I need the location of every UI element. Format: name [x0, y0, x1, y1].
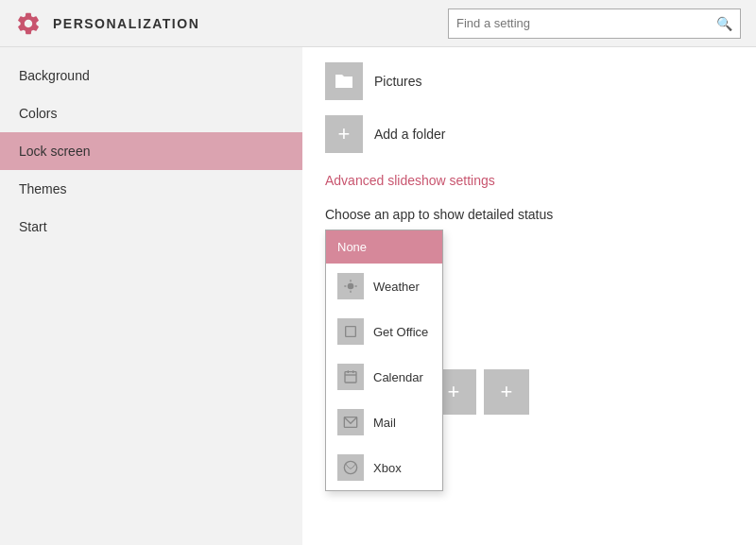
dropdown-option-none[interactable]: None: [326, 230, 442, 264]
sidebar: Background Colors Lock screen Themes Sta…: [0, 47, 302, 545]
dropdown-option-mail[interactable]: Mail: [326, 400, 442, 445]
advanced-slideshow-link[interactable]: Advanced slideshow settings: [325, 173, 495, 188]
header-title: PERSONALIZATION: [53, 16, 199, 31]
dropdown-label-weather: Weather: [373, 280, 420, 294]
weather-icon: [337, 273, 364, 299]
office-icon: [337, 318, 364, 345]
sidebar-item-background[interactable]: Background: [0, 57, 302, 94]
sidebar-item-lock-screen[interactable]: Lock screen: [0, 132, 302, 170]
dropdown-label-mail: Mail: [373, 416, 396, 430]
sidebar-item-themes[interactable]: Themes: [0, 170, 302, 208]
dropdown-label-calendar: Calendar: [373, 370, 423, 384]
content-area: Pictures + Add a folder Advanced slidesh…: [302, 47, 756, 545]
search-icon: 🔍: [716, 16, 732, 31]
dropdown-option-get-office[interactable]: Get Office: [326, 309, 442, 354]
pictures-row: Pictures: [325, 62, 733, 100]
pictures-label: Pictures: [374, 74, 422, 89]
header-left: PERSONALIZATION: [15, 10, 199, 37]
dropdown-label-get-office: Get Office: [373, 325, 428, 339]
svg-rect-6: [345, 372, 356, 383]
add-folder-label: Add a folder: [374, 127, 446, 142]
pictures-folder-icon: [325, 62, 363, 100]
svg-rect-5: [346, 327, 356, 337]
header: PERSONALIZATION 🔍: [0, 0, 756, 47]
calendar-icon: [337, 364, 364, 390]
app-dropdown[interactable]: None Weather: [325, 230, 443, 491]
search-input[interactable]: [456, 16, 716, 30]
sidebar-item-start[interactable]: Start: [0, 208, 302, 246]
dropdown-option-weather[interactable]: Weather: [326, 264, 442, 309]
dropdown-option-calendar[interactable]: Calendar: [326, 354, 442, 400]
search-box[interactable]: 🔍: [448, 9, 741, 39]
choose-app-label: Choose an app to show detailed status: [325, 207, 733, 222]
xbox-icon: [337, 454, 364, 481]
svg-point-0: [348, 283, 354, 290]
dropdown-label-none: None: [337, 240, 367, 254]
main-layout: Background Colors Lock screen Themes Sta…: [0, 47, 756, 545]
add-folder-button[interactable]: +: [325, 115, 363, 153]
add-folder-row: + Add a folder: [325, 115, 733, 153]
svg-point-11: [344, 461, 356, 473]
quick-status-btn-4[interactable]: +: [484, 369, 529, 415]
gear-icon: [15, 10, 42, 37]
mail-icon: [337, 409, 364, 435]
sidebar-item-colors[interactable]: Colors: [0, 94, 302, 132]
dropdown-label-xbox: Xbox: [373, 461, 402, 475]
dropdown-option-xbox[interactable]: Xbox: [326, 445, 442, 490]
